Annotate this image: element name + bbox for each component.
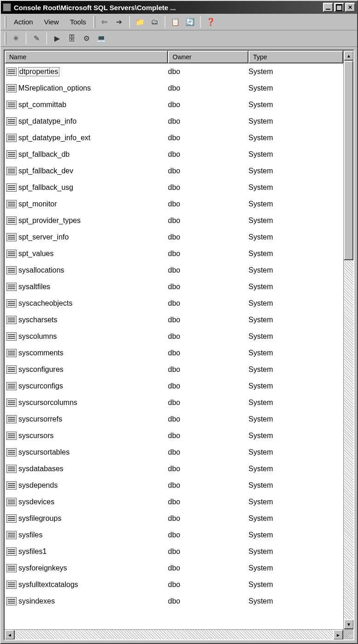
up-folder-icon[interactable]: 📁 (133, 16, 146, 28)
run-db-icon[interactable]: ▶ (51, 32, 64, 45)
wand-icon[interactable]: ✎ (30, 32, 43, 45)
table-row[interactable]: sysaltfilesdboSystem (5, 279, 343, 295)
table-row[interactable]: spt_fallback_devdboSystem (5, 163, 343, 179)
cell-name[interactable]: spt_datatype_info_ext (6, 134, 168, 142)
cell-name[interactable]: sysfiles (6, 531, 168, 539)
table-row[interactable]: syscursortablesdboSystem (5, 444, 343, 461)
table-row[interactable]: sysallocationsdboSystem (5, 262, 343, 279)
cell-name[interactable]: spt_monitor (6, 200, 168, 208)
table-row[interactable]: syscolumnsdboSystem (5, 328, 343, 345)
properties-icon[interactable]: 📋 (169, 16, 182, 28)
table-row[interactable]: syscacheobjectsdboSystem (5, 295, 343, 312)
table-row[interactable]: spt_committabdboSystem (5, 97, 343, 113)
table-row[interactable]: syscursorcolumnsdboSystem (5, 394, 343, 411)
table-row[interactable]: sysdevicesdboSystem (5, 494, 343, 510)
table-row[interactable]: sysfilegroupsdboSystem (5, 510, 343, 527)
table-row[interactable]: syscursorsdboSystem (5, 427, 343, 444)
toolbar-grip[interactable] (93, 16, 95, 28)
new-sparkle-icon[interactable]: ✳ (9, 32, 22, 45)
cell-name[interactable]: syscacheobjects (6, 299, 168, 308)
scroll-track-empty[interactable] (344, 260, 353, 619)
table-row[interactable]: syscurconfigsdboSystem (5, 378, 343, 394)
table-row[interactable]: syscharsetsdboSystem (5, 312, 343, 328)
database-icon[interactable]: 🗄 (65, 32, 78, 45)
cell-name[interactable]: sysfilegroups (6, 514, 168, 523)
table-row[interactable]: spt_provider_typesdboSystem (5, 212, 343, 229)
cell-name[interactable]: syscomments (6, 349, 168, 357)
cell-name[interactable]: spt_committab (6, 101, 168, 109)
back-arrow-icon[interactable]: ⇦ (98, 16, 111, 28)
cell-name[interactable]: sysforeignkeys (6, 564, 168, 572)
query-icon[interactable]: 💻 (95, 32, 108, 45)
scroll-thumb[interactable] (344, 61, 353, 260)
table-row[interactable]: sysdependsdboSystem (5, 477, 343, 494)
cell-name[interactable]: sysfiles1 (6, 547, 168, 556)
help-icon[interactable]: ❓ (204, 16, 217, 28)
table-row[interactable]: spt_monitordboSystem (5, 196, 343, 212)
toolbar-grip[interactable] (5, 33, 6, 45)
titlebar[interactable]: Console Root\Microsoft SQL Servers\Compl… (1, 1, 357, 14)
table-row[interactable]: sysconfiguresdboSystem (5, 361, 343, 378)
vertical-scrollbar[interactable]: ▲ ▼ (343, 51, 353, 629)
table-row[interactable]: spt_valuesdboSystem (5, 245, 343, 262)
cell-name[interactable]: syscolumns (6, 332, 168, 341)
scroll-track[interactable] (344, 61, 353, 619)
table-row[interactable]: spt_datatype_infodboSystem (5, 113, 343, 130)
table-row[interactable]: dtpropertiesdboSystem (5, 63, 343, 80)
cell-name[interactable]: sysdepends (6, 481, 168, 490)
toolbar-grip[interactable] (5, 16, 6, 28)
show-list-icon[interactable]: 🗂 (148, 16, 161, 28)
close-button[interactable]: ✕ (345, 3, 355, 12)
cell-name[interactable]: sysconfigures (6, 365, 168, 374)
cell-name[interactable]: dtproperties (6, 67, 168, 76)
cell-name[interactable]: MSreplication_options (6, 84, 168, 92)
cell-name[interactable]: sysdevices (6, 498, 168, 506)
cell-name[interactable]: spt_fallback_dev (6, 167, 168, 175)
cell-name[interactable]: sysaltfiles (6, 283, 168, 291)
menu-tools[interactable]: Tools (64, 16, 92, 28)
cell-name[interactable]: spt_server_info (6, 233, 168, 241)
cell-name[interactable]: syscharsets (6, 316, 168, 324)
cell-name[interactable]: spt_datatype_info (6, 117, 168, 125)
column-header-name[interactable]: Name (5, 51, 168, 63)
scroll-up-button[interactable]: ▲ (344, 51, 353, 61)
table-row[interactable]: spt_server_infodboSystem (5, 229, 343, 245)
forward-arrow-icon[interactable]: ➔ (113, 16, 126, 28)
table-row[interactable]: spt_datatype_info_extdboSystem (5, 130, 343, 146)
cell-name[interactable]: syscursorcolumns (6, 399, 168, 407)
scroll-down-button[interactable]: ▼ (344, 619, 353, 629)
table-row[interactable]: syscommentsdboSystem (5, 345, 343, 361)
cell-name[interactable]: syscursorrefs (6, 415, 168, 423)
cell-name[interactable]: syscursortables (6, 448, 168, 456)
cell-name[interactable]: syscursors (6, 432, 168, 440)
cell-name[interactable]: sysindexes (6, 597, 168, 605)
cell-name[interactable]: spt_provider_types (6, 217, 168, 225)
column-header-type[interactable]: Type (248, 51, 343, 63)
table-row[interactable]: MSreplication_optionsdboSystem (5, 80, 343, 97)
cell-name[interactable]: spt_fallback_db (6, 150, 168, 159)
resize-grip[interactable] (343, 629, 353, 639)
minimize-button[interactable] (323, 3, 333, 12)
cell-name[interactable]: sysfulltextcatalogs (6, 581, 168, 589)
table-row[interactable]: spt_fallback_usgdboSystem (5, 179, 343, 196)
table-row[interactable]: sysdatabasesdboSystem (5, 461, 343, 477)
menu-view[interactable]: View (39, 16, 64, 28)
cell-name[interactable]: sysdatabases (6, 465, 168, 473)
table-row[interactable]: sysindexesdboSystem (5, 593, 343, 610)
menu-action[interactable]: Action (8, 16, 39, 28)
cell-name[interactable]: spt_fallback_usg (6, 183, 168, 192)
table-row[interactable]: sysfiles1dboSystem (5, 543, 343, 560)
table-row[interactable]: sysforeignkeysdboSystem (5, 560, 343, 576)
column-header-owner[interactable]: Owner (168, 51, 248, 63)
cell-name[interactable]: syscurconfigs (6, 382, 168, 390)
horizontal-scrollbar[interactable]: ◄ ► (5, 629, 343, 639)
cell-name[interactable]: sysallocations (6, 266, 168, 274)
table-row[interactable]: sysfulltextcatalogsdboSystem (5, 576, 343, 593)
scroll-track-h[interactable] (15, 630, 333, 639)
table-row[interactable]: spt_fallback_dbdboSystem (5, 146, 343, 163)
table-body[interactable]: dtpropertiesdboSystemMSreplication_optio… (5, 63, 343, 629)
table-row[interactable]: syscursorrefsdboSystem (5, 411, 343, 427)
refresh-icon[interactable]: 🔄 (184, 16, 196, 28)
service-icon[interactable]: ⚙ (80, 32, 93, 45)
scroll-left-button[interactable]: ◄ (5, 630, 15, 640)
